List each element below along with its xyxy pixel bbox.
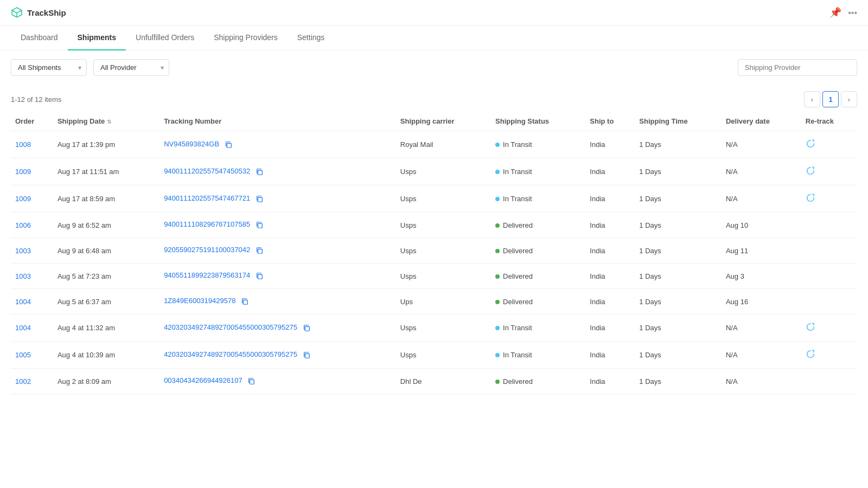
retrack-button[interactable] (806, 139, 815, 149)
ship-to-cell: India (585, 264, 635, 289)
logo-icon (11, 7, 23, 18)
order-cell[interactable]: 1008 (11, 131, 53, 158)
order-cell[interactable]: 1003 (11, 238, 53, 264)
tracking-number-cell[interactable]: 420320349274892700545500030579​5275 (159, 342, 396, 369)
tracking-number-cell[interactable]: 9400111202557547467721 (159, 185, 396, 213)
svg-rect-4 (258, 197, 262, 202)
navigation: Dashboard Shipments Unfulfilled Orders S… (0, 25, 868, 50)
items-count: 1-12 of 12 items (11, 95, 61, 104)
order-cell[interactable]: 1003 (11, 264, 53, 289)
status-dot (495, 143, 500, 147)
ship-to-cell: India (585, 131, 635, 158)
retrack-button[interactable] (806, 322, 815, 332)
col-shipping-date[interactable]: Shipping Date⇅ (53, 112, 159, 131)
tracking-number-cell[interactable]: NV945893824GB (159, 131, 396, 158)
page-1-button[interactable]: 1 (822, 91, 839, 107)
order-cell[interactable]: 1005 (11, 342, 53, 369)
tracking-number-cell[interactable]: 00340434266944926107 (159, 369, 396, 394)
delivery-date-cell: N/A (722, 158, 801, 185)
order-cell[interactable]: 1009 (11, 185, 53, 213)
tracking-number-cell[interactable]: 420320349274892700545500030579​5275 (159, 314, 396, 342)
ship-to-cell: India (585, 238, 635, 264)
status-dot (495, 249, 500, 253)
copy-icon[interactable] (254, 220, 264, 230)
table-body: 1008 Aug 17 at 1:39 pm NV945893824GB Roy… (11, 131, 857, 394)
copy-icon[interactable] (240, 297, 250, 306)
table-row: 1008 Aug 17 at 1:39 pm NV945893824GB Roy… (11, 131, 857, 158)
tracking-number-cell[interactable]: 9400111202557547450532 (159, 158, 396, 185)
status-dot (495, 353, 500, 357)
status-cell: In Transit (491, 342, 585, 369)
tracking-number-cell[interactable]: 9405511899223879563174 (159, 264, 396, 289)
copy-icon[interactable] (254, 246, 264, 255)
retrack-button[interactable] (806, 193, 815, 203)
copy-icon[interactable] (246, 376, 256, 386)
delivery-date-cell: N/A (722, 314, 801, 342)
copy-icon[interactable] (302, 323, 311, 333)
nav-shipping-providers[interactable]: Shipping Providers (204, 25, 288, 50)
shipping-date-cell: Aug 5 at 6:37 am (53, 289, 159, 314)
status-cell: Delivered (491, 369, 585, 394)
copy-icon[interactable] (302, 350, 311, 360)
provider-filter[interactable]: All Provider (93, 59, 169, 76)
shipping-date-cell: Aug 4 at 11:32 am (53, 314, 159, 342)
order-cell[interactable]: 1002 (11, 369, 53, 394)
shipment-filter[interactable]: All Shipments (11, 59, 87, 76)
nav-unfulfilled-orders[interactable]: Unfulfilled Orders (126, 25, 204, 50)
retrack-button[interactable] (806, 349, 815, 359)
svg-rect-2 (227, 143, 231, 147)
carrier-cell: Ups (396, 289, 491, 314)
retrack-button[interactable] (806, 166, 815, 176)
shipment-filter-wrap: All Shipments ▾ (11, 59, 87, 76)
retrack-cell[interactable] (801, 314, 857, 342)
copy-icon[interactable] (254, 167, 264, 177)
shipping-time-cell: 1 Days (635, 369, 722, 394)
svg-rect-9 (305, 326, 309, 331)
order-cell[interactable]: 1009 (11, 158, 53, 185)
tracking-number-cell[interactable]: 9205590275191100037042 (159, 238, 396, 264)
carrier-cell: Usps (396, 342, 491, 369)
table-row: 1004 Aug 5 at 6:37 am 1Z849E600319429578… (11, 289, 857, 314)
ship-to-cell: India (585, 158, 635, 185)
prev-page-button[interactable]: ‹ (804, 91, 820, 107)
table-row: 1002 Aug 2 at 8:09 am 003404342669449261… (11, 369, 857, 394)
retrack-cell[interactable] (801, 131, 857, 158)
nav-settings[interactable]: Settings (288, 25, 335, 50)
copy-icon[interactable] (254, 271, 264, 281)
shipping-date-cell: Aug 17 at 11:51 am (53, 158, 159, 185)
col-tracking-number: Tracking Number (159, 112, 396, 131)
pagination: ‹ 1 › (804, 91, 857, 107)
retrack-cell[interactable] (801, 342, 857, 369)
nav-dashboard[interactable]: Dashboard (11, 25, 68, 50)
delivery-date-cell: N/A (722, 369, 801, 394)
carrier-cell: Usps (396, 185, 491, 213)
svg-rect-10 (305, 354, 309, 358)
table-row: 1004 Aug 4 at 11:32 am 42032034927489270… (11, 314, 857, 342)
col-delivery-date: Delivery date (722, 112, 801, 131)
sort-icon: ⇅ (107, 119, 111, 125)
nav-shipments[interactable]: Shipments (68, 25, 126, 50)
next-page-button[interactable]: › (841, 91, 857, 107)
tracking-number-cell[interactable]: 9400111108296767107585 (159, 213, 396, 238)
copy-icon[interactable] (254, 194, 264, 204)
order-cell[interactable]: 1004 (11, 289, 53, 314)
copy-icon[interactable] (224, 140, 233, 150)
col-shipping-time: Shipping Time (635, 112, 722, 131)
delivery-date-cell: N/A (722, 185, 801, 213)
shipping-provider-search[interactable] (738, 59, 857, 76)
table-row: 1009 Aug 17 at 8:59 am 94001112025575474… (11, 185, 857, 213)
shipping-date-cell: Aug 2 at 8:09 am (53, 369, 159, 394)
retrack-cell[interactable] (801, 158, 857, 185)
svg-rect-6 (258, 249, 262, 253)
order-cell[interactable]: 1006 (11, 213, 53, 238)
tracking-number-cell[interactable]: 1Z849E600319429578 (159, 289, 396, 314)
order-cell[interactable]: 1004 (11, 314, 53, 342)
col-shipping-status: Shipping Status (491, 112, 585, 131)
shipping-date-cell: Aug 4 at 10:39 am (53, 342, 159, 369)
retrack-cell[interactable] (801, 185, 857, 213)
col-order: Order (11, 112, 53, 131)
status-cell: Delivered (491, 238, 585, 264)
status-dot (495, 300, 500, 304)
table-row: 1006 Aug 9 at 6:52 am 940011110829676710… (11, 213, 857, 238)
status-cell: In Transit (491, 185, 585, 213)
